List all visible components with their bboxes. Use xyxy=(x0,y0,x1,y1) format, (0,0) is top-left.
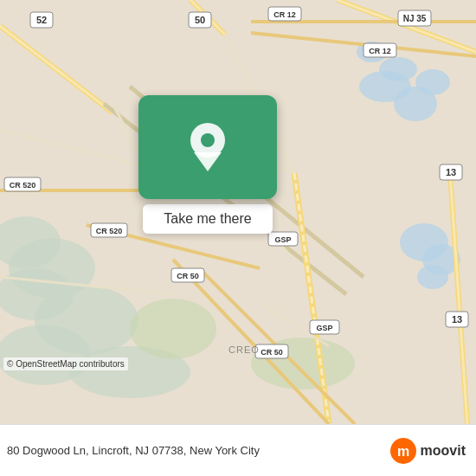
osm-attribution: © OpenStreetMap contributors xyxy=(3,357,128,370)
moovit-text: moovit xyxy=(421,443,466,459)
r13-label-b: 13 xyxy=(452,314,462,325)
creo-label: CREO xyxy=(228,344,260,355)
cr12-label-b: CR 12 xyxy=(369,47,391,55)
svg-point-8 xyxy=(417,265,448,289)
copyright-symbol: © xyxy=(7,359,13,369)
map-container[interactable]: 52 50 CR 12 CR 12 NJ 35 CR 520 CR 520 GS… xyxy=(0,0,476,424)
svg-point-5 xyxy=(415,69,450,95)
nj35-label: NJ 35 xyxy=(403,14,427,23)
moovit-icon: m xyxy=(389,437,417,465)
bottom-bar: 80 Dogwood Ln, Lincroft, NJ 07738, New Y… xyxy=(0,424,476,476)
cr12-label-a: CR 12 xyxy=(273,10,296,19)
gsp-label-a: GSP xyxy=(274,235,291,244)
cr520-label-b: CR 520 xyxy=(96,227,123,235)
cr50-label-b: CR 50 xyxy=(261,348,283,357)
take-me-there-button[interactable]: Take me there xyxy=(143,204,272,234)
r13-label-a: 13 xyxy=(446,167,456,177)
svg-text:m: m xyxy=(396,444,408,459)
route-52-label: 52 xyxy=(36,15,47,25)
cr50-label-a: CR 50 xyxy=(177,272,199,280)
moovit-logo: m moovit xyxy=(389,437,466,465)
gsp-label-b: GSP xyxy=(316,324,332,332)
address-text: 80 Dogwood Ln, Lincroft, NJ 07738, New Y… xyxy=(7,444,389,457)
svg-point-15 xyxy=(130,299,216,359)
route-50-label: 50 xyxy=(195,15,205,25)
osm-text: OpenStreetMap contributors xyxy=(16,359,125,369)
cr520-label-a: CR 520 xyxy=(10,181,36,190)
